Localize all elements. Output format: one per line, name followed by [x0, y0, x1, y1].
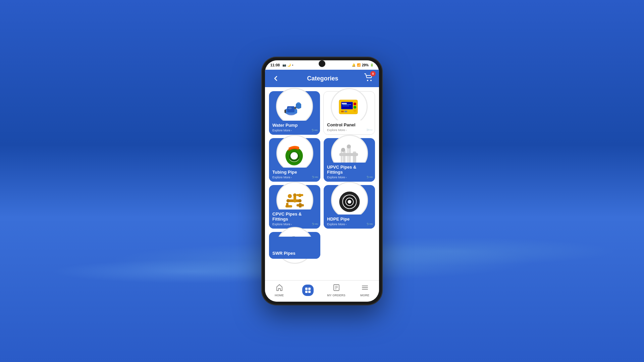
svg-point-38 [298, 199, 302, 202]
svg-point-1 [370, 80, 372, 81]
svg-rect-46 [297, 194, 303, 196]
status-signal: 📶 [357, 63, 361, 67]
svg-point-16 [354, 103, 356, 105]
category-card-tubing[interactable]: Tubing Pipe Explore More › 🔧 [269, 138, 320, 182]
category-card-hdpe[interactable]: HDPE Pipe Explore More › 🔧 [324, 185, 375, 229]
more-label: MORE [360, 294, 369, 297]
tubing-explore: Explore More › [272, 176, 317, 179]
upvc-title: UPVC Pipes & Fittings [327, 165, 372, 175]
svg-rect-58 [305, 288, 308, 290]
swr-title: SWR Pipes [272, 251, 317, 256]
svg-point-9 [288, 107, 292, 109]
category-card-water-pump[interactable]: Water Pump Explore More › 🔧 [269, 91, 320, 135]
svg-rect-6 [284, 110, 286, 113]
content-area: Water Pump Explore More › 🔧 [265, 87, 379, 280]
status-battery-icon: 🔋 [370, 63, 374, 67]
status-dot: ● [292, 64, 293, 66]
svg-point-50 [348, 200, 351, 203]
category-card-upvc[interactable]: UPVC Pipes & Fittings Explore More › 🔧 [324, 138, 375, 182]
more-icon [361, 284, 369, 293]
nav-item-orders[interactable]: MY ORDERS [322, 283, 351, 298]
category-placeholder [324, 232, 375, 259]
status-battery: 29% [362, 63, 369, 67]
svg-rect-21 [342, 103, 347, 104]
status-notify: 🔔 [352, 63, 356, 67]
category-card-cpvc[interactable]: CPVC Pipes & Fittings Explore More › 🔧 [269, 185, 320, 229]
control-panel-explore: Explore More › [327, 128, 371, 132]
home-label: HOME [275, 294, 284, 297]
nav-item-home[interactable]: HOME [265, 283, 293, 298]
orders-icon [333, 284, 340, 293]
svg-rect-61 [308, 291, 311, 293]
back-button[interactable] [270, 73, 281, 84]
top-nav: Categories 0 [265, 70, 379, 87]
svg-rect-31 [339, 153, 358, 156]
svg-point-17 [354, 106, 356, 109]
svg-rect-4 [287, 106, 294, 112]
category-row-3: CPVC Pipes & Fittings Explore More › 🔧 [269, 185, 375, 229]
status-time: 11:08 [270, 63, 280, 67]
water-pump-explore: Explore More › [272, 129, 317, 132]
categories-icon [302, 285, 314, 296]
orders-label: MY ORDERS [327, 294, 345, 297]
hdpe-explore: Explore More › [327, 223, 372, 226]
nav-item-categories[interactable] [293, 283, 322, 298]
category-card-swr[interactable]: SWR Pipes [269, 232, 320, 259]
svg-point-44 [288, 194, 292, 198]
category-row-1: Water Pump Explore More › 🔧 [269, 91, 375, 135]
category-row-4: SWR Pipes [269, 232, 375, 259]
svg-point-18 [354, 109, 356, 112]
page-title: Categories [307, 75, 338, 82]
svg-rect-60 [305, 291, 308, 293]
hdpe-title: HDPE Pipe [327, 217, 372, 222]
svg-rect-8 [296, 104, 301, 108]
category-card-control-panel[interactable]: Control Panel Explore More › 🔧 [323, 91, 375, 135]
cart-badge: 0 [370, 71, 376, 76]
tubing-title: Tubing Pipe [272, 170, 317, 175]
cart-button[interactable]: 0 [364, 73, 374, 84]
cpvc-title: CPVC Pipes & Fittings [272, 212, 317, 222]
svg-point-39 [293, 193, 297, 197]
svg-rect-19 [341, 111, 344, 112]
svg-rect-27 [342, 150, 343, 163]
category-row-2: Tubing Pipe Explore More › 🔧 [269, 138, 375, 182]
svg-rect-43 [299, 203, 302, 207]
home-icon [276, 284, 283, 293]
svg-point-34 [347, 144, 351, 148]
svg-point-37 [286, 199, 290, 202]
nav-item-more[interactable]: MORE [351, 283, 379, 298]
notch [319, 60, 325, 67]
svg-rect-20 [344, 111, 347, 112]
svg-rect-59 [308, 288, 311, 290]
svg-rect-41 [286, 203, 288, 207]
status-icons: 📷 🌙 [282, 63, 291, 67]
phone-frame: 11:08 📷 🌙 ● 🔔 📶 29% 🔋 Categories [262, 57, 382, 305]
phone-screen: 11:08 📷 🌙 ● 🔔 📶 29% 🔋 Categories [265, 60, 379, 302]
svg-point-0 [367, 80, 368, 81]
bottom-nav: HOME [265, 280, 379, 302]
cpvc-explore: Explore More › [272, 223, 317, 226]
water-pump-title: Water Pump [272, 123, 317, 128]
svg-point-33 [341, 148, 345, 152]
control-panel-title: Control Panel [327, 122, 371, 128]
upvc-explore: Explore More › [327, 176, 372, 179]
